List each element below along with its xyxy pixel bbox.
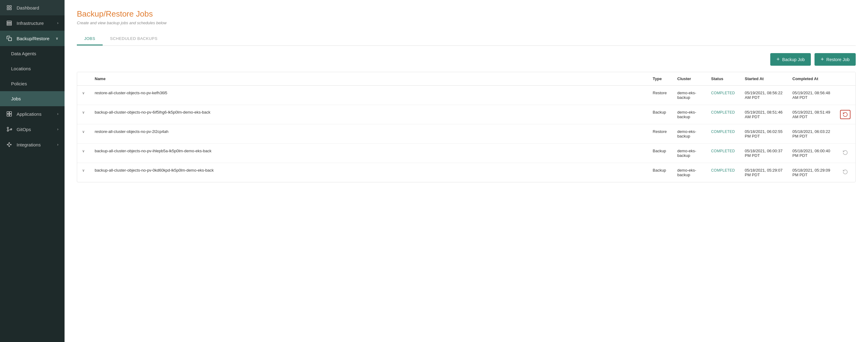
expand-button[interactable]: ∨ [82,91,85,95]
sidebar-item-policies[interactable]: Policies [0,76,65,91]
toolbar: + Backup Job + Restore Job [77,53,856,66]
sidebar-item-label: Locations [11,66,58,71]
sidebar-item-data-agents[interactable]: Data Agents [0,46,65,61]
job-action [835,144,856,163]
table-row: ∨backup-all-cluster-objects-no-pv-6if5lh… [77,105,856,124]
sidebar-item-label: GitOps [17,127,53,132]
sidebar-item-label: Infrastructure [17,21,53,26]
job-started-at: 05/18/2021, 06:02:55 PM PDT [740,124,787,144]
sidebar-item-applications[interactable]: Applications › [0,106,65,122]
backup-job-button[interactable]: + Backup Job [770,53,811,66]
restore-action-button[interactable] [841,148,850,157]
sidebar-item-infrastructure[interactable]: Infrastructure › [0,15,65,31]
col-name: Name [90,72,648,86]
jobs-table: Name Type Cluster Status Started At Comp… [77,72,856,182]
svg-rect-4 [7,21,12,22]
sidebar-item-backup-restore[interactable]: Backup/Restore ∨ [0,31,65,46]
sidebar-item-label: Dashboard [17,5,58,10]
sidebar-item-label: Backup/Restore [17,36,51,41]
svg-rect-5 [7,23,12,24]
job-status: COMPLETED [706,144,740,163]
gitops-icon [6,127,12,132]
svg-rect-10 [7,114,9,116]
job-type: Backup [648,144,673,163]
job-completed-at: 05/19/2021, 08:51:49 AM PDT [787,105,835,124]
table-row: ∨backup-all-cluster-objects-no-pv-0kd60k… [77,163,856,182]
job-action [835,124,856,144]
tabs-container: JOBS SCHEDULED BACKUPS [77,33,856,46]
job-type: Backup [648,105,673,124]
expand-button[interactable]: ∨ [82,130,85,134]
col-started: Started At [740,72,787,86]
job-completed-at: 05/19/2021, 08:56:48 AM PDT [787,86,835,105]
job-started-at: 05/18/2021, 06:00:37 PM PDT [740,144,787,163]
sidebar-item-label: Jobs [11,96,58,101]
job-action [835,105,856,124]
expand-button[interactable]: ∨ [82,149,85,153]
svg-rect-7 [9,38,12,41]
page-subtitle: Create and view backup jobs and schedule… [77,21,856,25]
table-body: ∨restore-all-cluster-objects-no-pv-kefh3… [77,86,856,182]
sidebar-item-dashboard[interactable]: Dashboard [0,0,65,15]
expand-button[interactable]: ∨ [82,110,85,114]
job-status: COMPLETED [706,163,740,182]
job-status: COMPLETED [706,105,740,124]
table-row: ∨restore-all-cluster-objects-no-pv-kefh3… [77,86,856,105]
col-type: Type [648,72,673,86]
job-name: backup-all-cluster-objects-no-pv-0kd60kp… [90,163,648,182]
job-name: backup-all-cluster-objects-no-pv-ihlepb5… [90,144,648,163]
job-cluster: demo-eks-backup [673,124,706,144]
chevron-right-icon: › [57,112,58,116]
job-type: Restore [648,124,673,144]
tab-scheduled-backups[interactable]: SCHEDULED BACKUPS [103,33,165,45]
main-content: Backup/Restore Jobs Create and view back… [65,0,868,342]
col-action [835,72,856,86]
svg-rect-0 [7,5,9,7]
sidebar-item-integrations[interactable]: Integrations › [0,137,65,152]
sidebar-item-gitops[interactable]: GitOps › [0,122,65,137]
table-row: ∨restore-all-cluster-objects-no-pv-2l2cp… [77,124,856,144]
apps-icon [6,111,12,117]
svg-rect-9 [9,112,12,114]
server-icon [6,20,12,26]
col-status: Status [706,72,740,86]
svg-point-18 [9,146,10,147]
svg-rect-3 [10,8,11,10]
tab-jobs[interactable]: JOBS [77,33,103,45]
svg-rect-2 [7,8,9,10]
sidebar-item-locations[interactable]: Locations [0,61,65,76]
expand-button[interactable]: ∨ [82,168,85,173]
sidebar-item-label: Applications [17,111,53,117]
restore-job-button[interactable]: + Restore Job [814,53,856,66]
col-cluster: Cluster [673,72,706,86]
job-cluster: demo-eks-backup [673,144,706,163]
job-action [835,163,856,182]
svg-rect-11 [9,114,12,116]
sidebar-item-label: Integrations [17,142,53,147]
svg-point-15 [7,144,8,145]
backup-job-label: Backup Job [782,57,805,62]
content-area: Backup/Restore Jobs Create and view back… [65,0,868,342]
table-row: ∨backup-all-cluster-objects-no-pv-ihlepb… [77,144,856,163]
chevron-right-icon: › [57,127,58,131]
svg-rect-1 [10,5,11,7]
sidebar-item-label: Data Agents [11,51,58,56]
job-started-at: 05/19/2021, 08:51:46 AM PDT [740,105,787,124]
job-started-at: 05/19/2021, 08:56:22 AM PDT [740,86,787,105]
integrations-icon [6,142,12,147]
job-cluster: demo-eks-backup [673,86,706,105]
svg-rect-8 [7,112,9,114]
svg-point-12 [7,127,9,129]
col-completed: Completed At [787,72,835,86]
plus-icon: + [776,56,780,63]
job-started-at: 05/18/2021, 05:29:07 PM PDT [740,163,787,182]
page-title: Backup/Restore Jobs [77,9,856,19]
job-status: COMPLETED [706,124,740,144]
job-cluster: demo-eks-backup [673,163,706,182]
restore-action-button[interactable] [840,110,850,119]
copy-icon [6,36,12,41]
sidebar-item-jobs[interactable]: Jobs [0,91,65,106]
restore-action-button[interactable] [841,168,850,176]
sidebar: Dashboard Infrastructure › Backup/Restor… [0,0,65,342]
job-completed-at: 05/18/2021, 06:03:22 PM PDT [787,124,835,144]
